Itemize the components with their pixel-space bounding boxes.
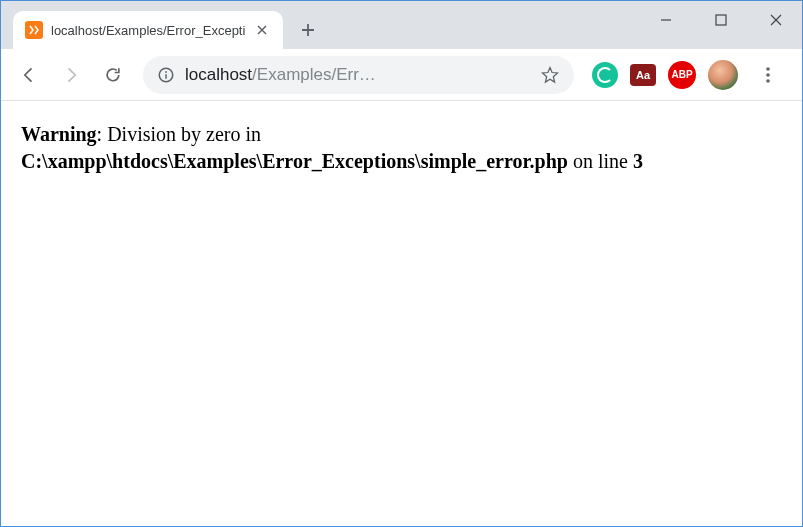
grammarly-extension-icon[interactable] [592, 62, 618, 88]
svg-point-4 [766, 67, 770, 71]
minimize-button[interactable] [638, 0, 693, 40]
svg-point-2 [165, 71, 167, 73]
extensions-area: Aa ABP [586, 57, 792, 93]
profile-avatar[interactable] [708, 60, 738, 90]
close-window-button[interactable] [748, 0, 803, 40]
back-button[interactable] [11, 57, 47, 93]
bookmark-star-icon[interactable] [540, 65, 560, 85]
reload-button[interactable] [95, 57, 131, 93]
xampp-favicon [25, 21, 43, 39]
warning-line-number: 3 [633, 150, 643, 172]
maximize-button[interactable] [693, 0, 748, 40]
address-bar[interactable]: localhost/Examples/Err… [143, 56, 574, 94]
tab-title: localhost/Examples/Error_Excepti [51, 23, 245, 38]
svg-rect-0 [716, 15, 726, 25]
tab-close-button[interactable] [253, 21, 271, 39]
warning-label: Warning [21, 123, 97, 145]
php-warning-message: Warning: Division by zero in C:\xampp\ht… [21, 123, 643, 172]
page-content: Warning: Division by zero in C:\xampp\ht… [1, 101, 802, 526]
dictionary-extension-icon[interactable]: Aa [630, 64, 656, 86]
browser-menu-button[interactable] [750, 57, 786, 93]
svg-point-5 [766, 73, 770, 77]
forward-button[interactable] [53, 57, 89, 93]
new-tab-button[interactable] [293, 15, 323, 45]
site-info-icon[interactable] [157, 66, 175, 84]
window-controls [638, 0, 803, 40]
on-line-text: on line [568, 150, 633, 172]
browser-tab[interactable]: localhost/Examples/Error_Excepti [13, 11, 283, 49]
svg-rect-3 [165, 74, 167, 79]
warning-file-path: C:\xampp\htdocs\Examples\Error_Exception… [21, 150, 568, 172]
url-host: localhost [185, 65, 252, 84]
tab-strip: localhost/Examples/Error_Excepti [1, 1, 802, 49]
url-path: /Examples/Err… [252, 65, 376, 84]
url-text: localhost/Examples/Err… [185, 65, 530, 85]
adblock-extension-icon[interactable]: ABP [668, 61, 696, 89]
svg-point-6 [766, 79, 770, 83]
warning-text: : Division by zero in [97, 123, 261, 145]
browser-toolbar: localhost/Examples/Err… Aa ABP [1, 49, 802, 101]
